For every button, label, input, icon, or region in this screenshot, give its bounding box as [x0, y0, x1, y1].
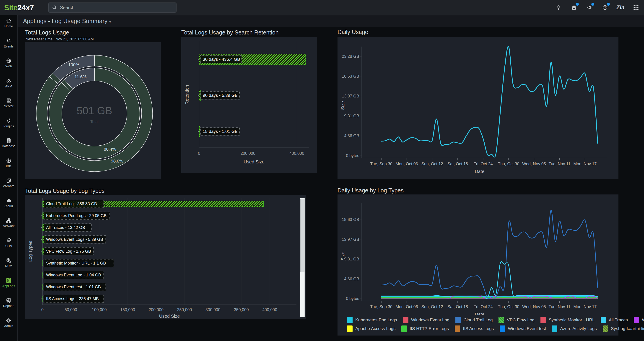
legend-swatch	[347, 325, 352, 332]
globe-icon	[0, 58, 17, 64]
bar-90-days[interactable]	[199, 90, 200, 101]
x-tick-label: Mon, Nov 17	[573, 304, 596, 309]
daily-by-logtypes-title: Daily Usage by Log Types	[338, 187, 404, 194]
donut-center-value: 501 GB	[76, 105, 112, 117]
donut-segment-label: 11.6%	[74, 74, 87, 79]
gift-icon[interactable]	[570, 4, 578, 12]
zia-icon[interactable]: Zia	[617, 4, 624, 12]
x-tick-label: 400,000	[290, 151, 304, 156]
legend-label: VPC Flow Log	[507, 317, 534, 322]
bar-label: All Traces - 13.42 GB	[46, 225, 85, 230]
legend-swatch	[634, 317, 639, 323]
legend-item-windows-event-log[interactable]: Windows Event Log	[403, 317, 450, 323]
daily-by-logtypes-line-chart[interactable]: 0 bytes4.66 GB9.31 GB13.97 GB18.63 GBTue…	[338, 194, 618, 315]
sidebar-item-sdn[interactable]: SDN	[0, 238, 17, 248]
sidebar-item-applogs[interactable]: AppLogs	[0, 277, 17, 288]
legend-swatch	[552, 325, 557, 332]
legend-item-azure-activity-logs[interactable]: Azure Activity Logs	[552, 325, 597, 332]
y-axis-title: Log Types	[28, 241, 33, 262]
apps-grid-icon[interactable]	[632, 4, 640, 12]
chart-scrollbar-thumb[interactable]	[300, 199, 304, 272]
bar-label: 30 days - 436.4 GB	[203, 57, 240, 62]
legend-item-windows-event-logs[interactable]: Windows Event Logs	[634, 317, 644, 323]
x-tick-label: Tue, Sep 30	[370, 162, 392, 166]
legend-item-iis-access-logs[interactable]: IIS Access Logs	[455, 325, 494, 332]
sidebar-item-apm[interactable]: APM	[0, 78, 17, 88]
x-tick-label: Sat, Oct 18	[448, 162, 468, 166]
sidebar-item-cloud[interactable]: Cloud	[0, 198, 17, 208]
x-tick-label: 300,000	[206, 307, 220, 312]
x-tick-label: Sat, Oct 18	[448, 304, 468, 309]
binoculars-icon	[0, 78, 17, 84]
bar-label: Synthetic Monitor - URL - 1.1 GB	[46, 261, 106, 265]
sidebar-item-rum[interactable]: RUM	[0, 257, 17, 268]
search-input[interactable]	[60, 5, 165, 11]
sidebar-item-network[interactable]: Network	[0, 217, 17, 228]
legend-item-vpc-flow-log[interactable]: VPC Flow Log	[498, 317, 534, 323]
legend-item-synthetic-monitor-url[interactable]: Synthetic Monitor - URL	[540, 317, 595, 323]
legend-item-apache-access-logs[interactable]: Apache Access Logs	[347, 325, 396, 332]
page-title: AppLogs - Log Usage Summary	[23, 18, 108, 25]
logtypes-bar-chart[interactable]: 050,000100,000150,000200,000250,000300,0…	[25, 195, 306, 319]
series-daily-usage[interactable]	[381, 46, 598, 157]
sidebar-item-k8s[interactable]: K8s	[0, 158, 17, 168]
sidebar-item-vmware[interactable]: VMware	[0, 178, 17, 188]
legend-item-kubernetes-pod-logs[interactable]: Kubernetes Pod Logs	[347, 317, 397, 323]
y-tick-label: 4.66 GB	[344, 277, 359, 281]
plug-icon	[0, 118, 17, 124]
sidebar-item-events[interactable]: Events	[0, 38, 17, 48]
notification-dot	[576, 3, 579, 6]
notification-dot	[591, 3, 594, 6]
bar-label: Windows Event test - 1.01 GB	[46, 285, 101, 289]
sidebar-item-label: Plugins	[0, 124, 17, 128]
x-tick-label: 50,000	[64, 307, 77, 312]
legend-item-all-traces[interactable]: All Traces	[601, 317, 628, 323]
sidebar-item-database[interactable]: Database	[0, 138, 17, 148]
x-tick-label: 150,000	[120, 307, 135, 312]
megaphone-icon[interactable]	[586, 4, 593, 12]
zia-label: Zia	[616, 5, 624, 11]
sidebar-item-server[interactable]: Server	[0, 98, 17, 108]
series-cloud-trail-log[interactable]	[381, 210, 598, 298]
donut-segment-label: 100%	[68, 62, 79, 67]
x-tick-label: Tue, Nov 11	[549, 304, 570, 309]
x-tick-label: Thu, Oct 30	[498, 304, 519, 309]
chevron-down-icon: ▾	[109, 20, 111, 24]
retention-chart-title: Total Logs Usage by Search Retention	[181, 29, 279, 36]
total-usage-donut-chart[interactable]: 98.6%100%88.4%11.6%501 GBTotal	[25, 42, 161, 179]
bar-label: 90 days - 5.39 GB	[203, 93, 238, 98]
page-header: AppLogs - Log Usage Summary▾	[18, 15, 644, 27]
sidebar-item-label: VMware	[0, 184, 17, 188]
sidebar-item-admin[interactable]: Admin	[0, 317, 17, 328]
sidebar-item-label: Events	[0, 45, 17, 48]
legend-item-iis-http-error-logs[interactable]: IIS HTTP Error Logs	[401, 325, 449, 332]
y-tick-label: 0 bytes	[346, 296, 359, 301]
legend-item-windows-event-test[interactable]: Windows Event test	[500, 325, 546, 332]
x-tick-label: Tue, Nov 11	[549, 162, 570, 166]
bulb-icon[interactable]	[554, 4, 562, 12]
sidebar-item-home[interactable]: Home	[0, 18, 17, 28]
network-icon	[0, 217, 17, 223]
global-search[interactable]	[48, 3, 176, 13]
daily-usage-line-chart[interactable]: 0 bytes4.66 GB9.31 GB13.97 GB18.63 GB23.…	[338, 37, 618, 179]
sidebar-item-label: Network	[0, 224, 17, 228]
legend-item-syslog-kaarthi-linux-vm[interactable]: SysLog-kaarthi-linux-vm	[603, 325, 644, 332]
retention-bar-chart[interactable]: 0200,000400,00030 days - 436.4 GB90 days…	[181, 37, 317, 173]
legend-label: All Traces	[609, 317, 628, 322]
sidebar-item-reports[interactable]: Reports	[0, 297, 17, 308]
help-icon[interactable]: ?	[601, 4, 609, 12]
x-tick-label: 400,000	[262, 307, 277, 312]
retention-chart-card: 0200,000400,00030 days - 436.4 GB90 days…	[181, 37, 317, 173]
series-all-traces[interactable]	[381, 262, 598, 298]
x-tick-label: 200,000	[149, 307, 164, 312]
page-title-dropdown[interactable]: AppLogs - Log Usage Summary▾	[23, 18, 111, 25]
daily-usage-card: 0 bytes4.66 GB9.31 GB13.97 GB18.63 GB23.…	[338, 37, 618, 179]
total-logs-usage-title: Total Logs Usage	[25, 29, 69, 36]
vmware-icon	[0, 178, 17, 184]
daily-usage-title: Daily Usage	[338, 29, 368, 35]
sidebar-item-plugins[interactable]: Plugins	[0, 118, 17, 128]
legend-item-cloud-trail-log[interactable]: Cloud Trail Log	[456, 317, 493, 323]
sidebar-item-web[interactable]: Web	[0, 58, 17, 68]
site24x7-logo[interactable]: Site24x7	[4, 3, 34, 12]
x-tick-label: 0	[41, 307, 44, 312]
